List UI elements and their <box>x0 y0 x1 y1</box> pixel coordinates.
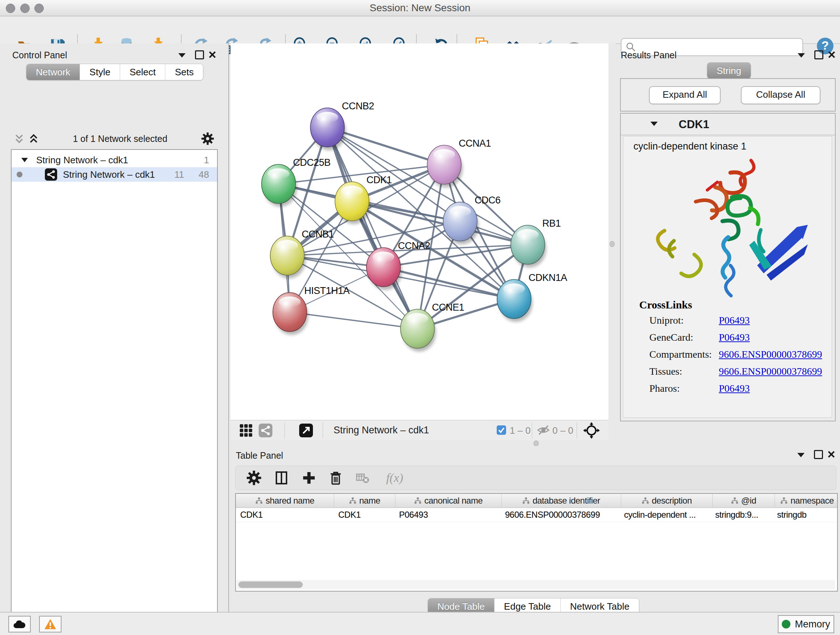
splitter-handle[interactable] <box>534 440 538 447</box>
collapse-all-networks-icon[interactable] <box>14 133 25 144</box>
network-tree: String Network – cdk1 1 String Network –… <box>11 149 218 635</box>
network-node-CCNA1[interactable] <box>427 145 463 187</box>
table-panel-menu-caret[interactable] <box>796 450 806 461</box>
tree-expand-caret[interactable] <box>21 157 28 163</box>
network-edge <box>327 127 417 329</box>
table-header-row: shared namenamecanonical namedatabase id… <box>236 494 837 508</box>
crosslink-label: GeneCard: <box>649 332 693 343</box>
crosslink-link[interactable]: P06493 <box>719 332 750 343</box>
table-cell: P06493 <box>395 508 501 522</box>
column-header-database-identifier[interactable]: database identifier <box>502 494 621 508</box>
network-node-CDC25B[interactable] <box>262 165 297 207</box>
table-horizontal-scrollbar <box>237 580 835 589</box>
table-cell: CDK1 <box>236 508 334 522</box>
crosslink-row: Pharos:P06493 <box>649 383 823 400</box>
column-header-description[interactable]: description <box>621 494 713 508</box>
scrollbar-thumb[interactable] <box>238 581 303 588</box>
network-node-CCNA2[interactable] <box>366 248 402 290</box>
control-panel-tabs: NetworkStyleSelectSets <box>26 64 203 80</box>
network-node-RB1[interactable] <box>511 225 546 268</box>
tab-string[interactable]: String <box>707 63 751 79</box>
network-node-HIST1H1A[interactable] <box>273 293 308 335</box>
vertical-splitter[interactable] <box>608 43 616 440</box>
collapse-all-button[interactable]: Collapse All <box>741 86 821 104</box>
network-label: String Network – cdk1 <box>63 169 174 180</box>
warning-icon <box>44 619 57 630</box>
hidden-eye-slash-icon[interactable] <box>537 424 549 436</box>
node-label-CCNB1: CCNB1 <box>302 229 334 240</box>
horizontal-splitter[interactable] <box>231 440 840 446</box>
grid-view-icon[interactable] <box>239 423 253 438</box>
crosslink-row: GeneCard:P06493 <box>649 332 823 348</box>
crosslink-label: Pharos: <box>649 383 680 394</box>
control-panel-menu-caret[interactable] <box>177 50 187 61</box>
window-title: Session: New Session <box>0 0 840 16</box>
network-node-CDKN1A[interactable] <box>497 279 532 322</box>
results-panel-tabs: String <box>707 62 751 79</box>
network-node-count: 11 <box>174 169 184 180</box>
splitter-handle[interactable] <box>609 241 615 247</box>
results-panel-menu-caret[interactable] <box>796 50 807 61</box>
protein-description: cyclin-dependent kinase 1 <box>633 141 746 152</box>
cloud-status-button[interactable] <box>8 616 31 632</box>
tab-style[interactable]: Style <box>80 64 120 80</box>
column-header-@id[interactable]: @id <box>713 494 775 508</box>
control-panel-close-button[interactable] <box>207 49 218 60</box>
table-panel-close-button[interactable] <box>826 449 837 460</box>
memory-label: Memory <box>795 619 830 630</box>
protein-collapse-caret[interactable] <box>651 122 658 126</box>
table-settings-gear-icon[interactable] <box>246 470 262 486</box>
crosslink-row: Tissues:9606.ENSP00000378699 <box>649 366 823 383</box>
column-header-name[interactable]: name <box>334 494 395 508</box>
protein-header[interactable]: CDK1 <box>621 114 835 135</box>
network-node-CDK1[interactable] <box>335 182 370 224</box>
network-node-CCNE1[interactable] <box>401 309 436 352</box>
delete-column-trash-icon[interactable] <box>327 470 344 486</box>
selected-checkbox-icon[interactable] <box>496 425 507 435</box>
table-panel: Table Panel f(x) shared namen <box>231 446 840 612</box>
results-panel-close-button[interactable] <box>826 49 837 60</box>
crosslink-link[interactable]: 9606.ENSP00000378699 <box>719 348 822 360</box>
network-node-CCNB2[interactable] <box>310 108 346 150</box>
add-column-icon[interactable] <box>301 470 317 486</box>
node-label-CDK1: CDK1 <box>366 174 392 185</box>
tab-select[interactable]: Select <box>120 64 165 80</box>
protein-details: cyclin-dependent kinase 1 <box>623 136 832 418</box>
results-panel: Results Panel String Expand All Collapse… <box>616 43 840 440</box>
node-label-CDKN1A: CDKN1A <box>529 272 567 283</box>
network-selection-row: 1 of 1 Network selected <box>11 130 216 147</box>
results-panel-float-button[interactable] <box>813 49 824 60</box>
network-view-statusbar: String Network – cdk1 1 – 0 0 – 0 <box>231 420 608 441</box>
open-in-new-window-icon[interactable] <box>299 423 313 438</box>
column-header-shared-name[interactable]: shared name <box>236 494 334 508</box>
tab-sets[interactable]: Sets <box>165 64 203 80</box>
network-row-selected[interactable]: String Network – cdk1 11 48 <box>11 167 217 182</box>
network-canvas[interactable]: CCNB2CCNA1CDC25BCDK1CDC6RB1CCNB1CCNA2CDK… <box>231 43 608 420</box>
node-label-CCNA1: CCNA1 <box>459 138 491 149</box>
show-columns-icon[interactable] <box>273 470 290 486</box>
crosslink-link[interactable]: P06493 <box>719 383 750 394</box>
network-collection-row[interactable]: String Network – cdk1 1 <box>11 153 217 167</box>
apply-function-icon: f(x) <box>380 470 409 486</box>
column-header-canonical-name[interactable]: canonical name <box>395 494 502 508</box>
memory-status-dot <box>782 620 790 629</box>
birds-eye-crosshair-icon[interactable] <box>583 422 600 439</box>
table-panel-float-button[interactable] <box>813 449 824 460</box>
node-label-CCNB2: CCNB2 <box>342 101 374 111</box>
control-panel-float-button[interactable] <box>194 49 205 60</box>
crosslink-link[interactable]: P06493 <box>719 315 750 326</box>
network-selection-status: 1 of 1 Network selected <box>39 134 201 144</box>
warning-status-button[interactable] <box>39 616 62 632</box>
table-cell: 9606.ENSP00000378699 <box>501 508 620 522</box>
crosslink-link[interactable]: 9606.ENSP00000378699 <box>719 366 822 377</box>
table-toolbar: f(x) <box>235 466 836 490</box>
network-node-CCNB1[interactable] <box>270 236 306 279</box>
expand-all-networks-icon[interactable] <box>28 133 39 144</box>
table-row[interactable]: CDK1CDK1P064939606.ENSP00000378699cyclin… <box>236 508 837 522</box>
column-header-namespace[interactable]: namespace <box>775 494 838 508</box>
tab-network[interactable]: Network <box>27 64 80 80</box>
expand-all-button[interactable]: Expand All <box>649 86 721 104</box>
memory-button[interactable]: Memory <box>778 615 834 633</box>
network-share-view-icon[interactable] <box>258 423 273 438</box>
network-options-gear-icon[interactable] <box>201 132 214 145</box>
